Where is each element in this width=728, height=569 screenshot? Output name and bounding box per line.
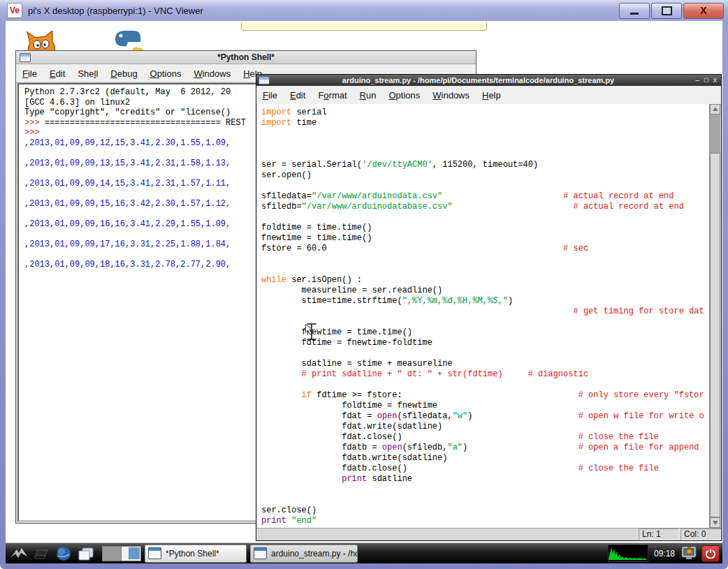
scroll-down-arrow[interactable]	[710, 517, 720, 528]
editor-window: arduino_stream.py - /home/pi/Documents/t…	[256, 74, 722, 541]
minimize-icon	[630, 13, 639, 15]
editor-window-title: arduino_stream.py - /home/pi/Documents/t…	[256, 76, 700, 84]
globe-icon	[56, 546, 71, 561]
taskbar-button-python-shell[interactable]: *Python Shell*	[145, 545, 247, 563]
shell-menu-windows[interactable]: Windows	[187, 66, 237, 82]
editor-menu-options[interactable]: Options	[382, 87, 426, 103]
remote-desktop: *Python Shell* File Edit Shell Debug Opt…	[6, 21, 722, 563]
shell-menu-shell[interactable]: Shell	[71, 66, 104, 82]
show-desktop-button[interactable]	[77, 545, 95, 562]
workspace-2[interactable]	[122, 547, 140, 561]
start-menu-button[interactable]	[10, 545, 28, 562]
arrow-up-icon	[713, 107, 718, 111]
lxde-bird-icon	[10, 547, 28, 561]
editor-vertical-scrollbar[interactable]	[709, 104, 720, 528]
vnc-maximize-button[interactable]	[651, 3, 682, 19]
vnc-close-button[interactable]: X	[683, 3, 724, 19]
editor-menubar: File Edit Format Run Options Windows Hel…	[256, 86, 721, 105]
editor-titlebar[interactable]: arduino_stream.py - /home/pi/Documents/t…	[256, 75, 721, 86]
taskbar-button-label: arduino_stream.py - /ho...	[271, 549, 358, 559]
taskbar: *Python Shell* arduino_stream.py - /ho..…	[6, 542, 722, 563]
screen: { "vnc": { "title": "pi's X desktop (ras…	[0, 0, 728, 569]
scroll-up-arrow[interactable]	[710, 104, 720, 114]
status-line-indicator: Ln: 1	[639, 529, 679, 540]
editor-menu-help[interactable]: Help	[476, 87, 507, 103]
status-col-indicator: Col: 0	[680, 529, 721, 540]
vnc-logo-icon: Ve	[7, 3, 22, 18]
editor-statusbar: Ln: 1 Col: 0	[256, 528, 721, 540]
vnc-window-title: pi's X desktop (raspberrypi:1) - VNC Vie…	[28, 6, 203, 16]
shell-menu-file[interactable]: File	[16, 66, 43, 82]
shell-menu-debug[interactable]: Debug	[104, 66, 143, 82]
web-browser-button[interactable]	[54, 545, 73, 562]
shell-titlebar[interactable]: *Python Shell*	[16, 51, 476, 64]
file-manager-button[interactable]	[32, 545, 50, 562]
taskbar-button-arduino-stream[interactable]: arduino_stream.py - /ho...	[250, 545, 358, 563]
vnc-titlebar[interactable]: Ve pi's X desktop (raspberrypi:1) - VNC …	[0, 0, 728, 22]
taskbar-button-label: *Python Shell*	[166, 549, 219, 559]
editor-minimize-button[interactable]: –	[695, 75, 699, 86]
windows-icon	[78, 547, 94, 561]
shell-menu-edit[interactable]: Edit	[43, 66, 71, 82]
editor-menu-run[interactable]: Run	[354, 87, 383, 103]
cpu-graph-icon	[609, 545, 646, 560]
window-icon	[254, 547, 267, 559]
editor-window-icon	[259, 76, 270, 84]
power-icon	[706, 549, 715, 559]
editor-code[interactable]: import serialimport time ser = serial.Se…	[257, 104, 710, 528]
editor-menu-file[interactable]: File	[256, 87, 284, 103]
logout-button[interactable]	[701, 545, 720, 562]
maximize-icon	[662, 6, 672, 15]
shell-window-icon	[20, 53, 31, 62]
pager-window-icon	[129, 547, 140, 559]
editor-close-button[interactable]: x	[713, 75, 717, 86]
monitor-lock-icon	[680, 545, 697, 562]
editor-maximize-button[interactable]: □	[704, 75, 708, 86]
editor-menu-format[interactable]: Format	[312, 87, 353, 103]
shell-menu-options[interactable]: Options	[144, 66, 188, 82]
vnc-minimize-button[interactable]	[619, 3, 650, 19]
shell-window-title: *Python Shell*	[16, 52, 476, 62]
editor-menu-windows[interactable]: Windows	[426, 87, 476, 103]
screenlock-tray-button[interactable]	[680, 545, 697, 562]
scrollbar-thumb[interactable]	[710, 153, 720, 517]
vnc-hover-toolbar[interactable]	[241, 22, 487, 31]
arrow-down-icon	[713, 521, 718, 525]
file-manager-icon	[34, 547, 49, 560]
window-icon	[148, 547, 161, 559]
editor-menu-edit[interactable]: Edit	[284, 87, 312, 103]
workspace-1[interactable]	[103, 547, 122, 561]
cpu-monitor[interactable]	[608, 545, 648, 562]
taskbar-clock: 09:18	[654, 549, 675, 559]
workspace-pager[interactable]	[102, 546, 141, 561]
